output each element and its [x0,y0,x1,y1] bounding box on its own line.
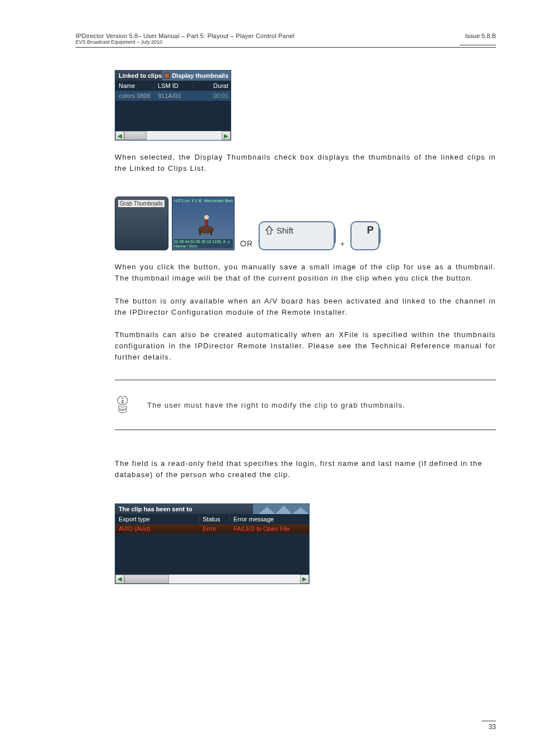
panel-title: Linked to clips [115,72,162,79]
scroll-thumb[interactable] [124,131,147,140]
panel2-header: Export type Status Error message [115,514,309,524]
shift-arrow-icon [265,226,273,235]
header-subtitle: EVS Broadcast Equipment – July 2010 [76,39,294,45]
panel2-title-decoration [253,504,309,514]
scroll-thumb[interactable] [124,575,169,584]
cell-duration: 00:01 [194,92,231,99]
grab-thumbnails-button-graphic: Grab Thumbnails [115,197,168,250]
thumb-caption: 02 09:44:01:00 35:18 1150. A. v. Hanna /… [174,239,233,249]
paragraph-display-thumbnails: When selected, the Display Thumbnails ch… [115,152,496,174]
display-thumbnails-label: Display thumbnails [172,72,228,79]
clip-sent-panel: The clip has been sent to Export type St… [115,503,310,584]
cell-status: Error [199,525,230,532]
thumb-top-right: F1 B. Mercedes Ben [192,198,233,203]
scroll-track[interactable] [124,131,222,140]
note-block: The user must have the right to modify t… [115,380,496,430]
col-error-message: Error message [230,516,309,522]
display-thumbnails-toggle[interactable]: Display thumbnails [162,71,231,81]
col-name: Name [115,82,154,89]
cell-name: colors 0808 [115,92,154,99]
scroll-left-icon[interactable]: ◀ [115,131,124,140]
svg-rect-3 [199,231,201,235]
svg-rect-1 [205,218,208,226]
scroll-right-icon[interactable]: ▶ [300,575,309,584]
cell-error-message: FAILED to Open File [230,525,309,532]
header-title: IPDirector Version 5.8– User Manual – Pa… [76,32,294,39]
horizontal-scrollbar[interactable]: ◀ ▶ [115,575,309,584]
scroll-right-icon[interactable]: ▶ [222,131,231,140]
shift-key: Shift [259,221,335,250]
linked-to-clips-panel: Linked to clips Display thumbnails Name … [115,70,231,141]
p-label: P [367,225,374,236]
thumb-top-left: +071.cл [174,198,190,203]
footer-rule [482,721,496,721]
horizontal-scrollbar[interactable]: ◀ ▶ [115,131,231,140]
scroll-track[interactable] [124,575,300,584]
plus-label: + [340,240,345,248]
cell-export-type: AVID (Avid) [115,525,199,532]
col-lsmid: LSM ID [154,82,194,89]
note-text: The user must have the right to modify t… [147,401,405,409]
grab-thumbnails-figure: Grab Thumbnails +071.cл F1 B. Mercedes B… [115,197,496,250]
table-header: Name LSM ID Durat [115,81,231,91]
or-label: OR [240,239,253,248]
note-icon [115,396,130,414]
paragraph-xfile: Thumbnails can also be created automatic… [115,329,496,363]
scroll-left-icon[interactable]: ◀ [115,575,124,584]
thumbnail-preview: +071.cл F1 B. Mercedes Ben 02 09:44:01:0… [172,197,235,250]
col-export-type: Export type [115,516,199,522]
header-rule [76,47,496,48]
paragraph-av-board: The button is only available when an A/V… [115,296,496,318]
col-status: Status [199,516,230,522]
shift-label: Shift [277,226,293,235]
col-duration: Durat [194,82,231,89]
page-number: 33 [489,723,496,731]
header-rule-right [460,45,496,45]
svg-rect-7 [122,400,124,404]
table-body-empty [115,533,309,575]
svg-point-6 [122,398,124,399]
grab-thumbnails-label: Grab Thumbnails [118,199,165,208]
cell-lsmid: 911A/03 [154,92,194,99]
header-issue: Issue 5.8.B [465,32,496,39]
svg-rect-4 [210,231,212,235]
table-body-empty [115,101,231,131]
table-row[interactable]: AVID (Avid) Error FAILED to Open File [115,524,309,533]
paragraph-owner-field: The field is a read-only field that spec… [115,458,496,480]
p-key: P [350,221,380,250]
panel2-title: The clip has been sent to [115,504,253,514]
table-row[interactable]: colors 0808 911A/03 00:01 [115,91,231,101]
paragraph-grab-click: When you click the button, you manually … [115,262,496,284]
checkbox-icon[interactable] [164,73,170,78]
horse-rider-icon [195,213,217,235]
svg-point-2 [204,215,209,220]
